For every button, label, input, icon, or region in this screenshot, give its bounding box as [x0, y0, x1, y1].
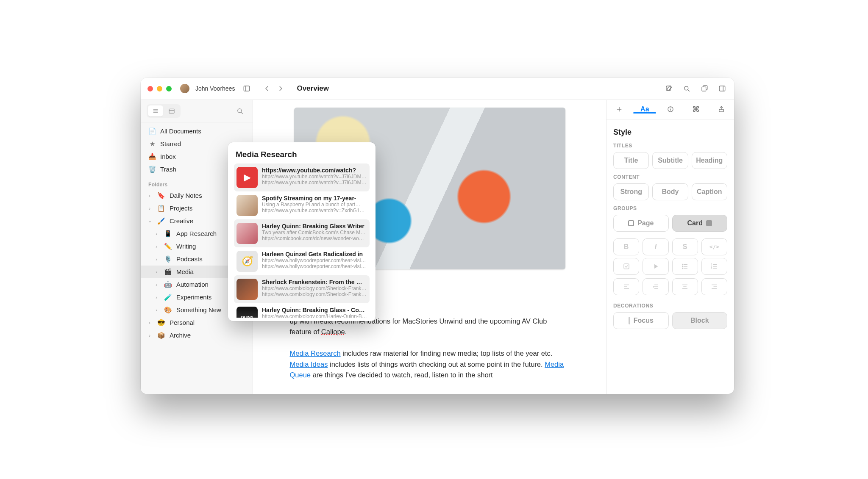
folder-emoji: 🧪	[164, 293, 172, 301]
align-right-button[interactable]	[701, 278, 727, 295]
style-strong-button[interactable]: Strong	[613, 183, 649, 200]
calendar-icon	[168, 108, 175, 114]
chevron-right-icon: ›	[147, 320, 153, 325]
svg-point-23	[682, 264, 683, 265]
popover-item[interactable]: QUINN Harley Quinn: Breaking Glass - Com…	[234, 303, 370, 318]
checkbox-icon	[623, 263, 630, 270]
compose-button[interactable]	[663, 83, 675, 94]
item-title: Spotify Streaming on my 17-year-	[262, 195, 367, 202]
thumbnail-icon: QUINN	[236, 307, 258, 318]
indent-button[interactable]	[643, 278, 668, 295]
forward-button[interactable]	[275, 83, 287, 94]
item-line: https://www.youtube.com/watch?v=J7i6JDMg…	[262, 174, 367, 180]
document-paragraphs: up with media recommendations for MacSto…	[290, 316, 570, 381]
focus-bar-icon	[629, 317, 630, 324]
tab-info[interactable]	[657, 105, 683, 113]
folder-emoji: 🎙️	[164, 255, 172, 263]
popover-item[interactable]: Harley Quinn: Breaking Glass Writer Two …	[234, 219, 370, 247]
italic-button[interactable]: I	[643, 238, 668, 255]
tab-share[interactable]	[709, 105, 734, 113]
item-title: Sherlock Frankenstein: From the World	[262, 279, 367, 285]
body-text: are things I've decided to watch, read, …	[311, 371, 493, 379]
checkbox-button[interactable]	[613, 258, 639, 275]
decoration-focus-button[interactable]: Focus	[613, 312, 669, 329]
item-title: Harley Quinn: Breaking Glass Writer	[262, 223, 367, 230]
item-line: https://www.youtube.com/watch?v=J7i6JDMg…	[262, 180, 367, 186]
drag-handle-icon[interactable]: ⋮⋮	[406, 361, 416, 368]
decoration-block-button[interactable]: Block	[672, 312, 728, 329]
play-icon	[652, 263, 659, 270]
inspector: Aa ⌘ Style TITLES Title Subtitle Heading…	[606, 100, 734, 394]
search-icon	[236, 107, 244, 115]
command-icon: ⌘	[692, 105, 700, 114]
numbered-list-button[interactable]: 123	[701, 258, 727, 275]
code-icon: </>	[709, 244, 719, 250]
windows-button[interactable]	[698, 83, 710, 94]
back-button[interactable]	[261, 83, 273, 94]
chevron-right-icon: ›	[153, 282, 159, 287]
item-title: Harleen Quinzel Gets Radicalized in	[262, 251, 367, 257]
chevron-right-icon: ›	[153, 307, 159, 313]
folder-emoji: 🖌️	[157, 217, 165, 225]
chip-label: Heading	[696, 157, 723, 164]
style-title-button[interactable]: Title	[613, 152, 649, 169]
play-button[interactable]	[643, 258, 668, 275]
youtube-icon: ▶	[236, 167, 258, 188]
style-caption-button[interactable]: Caption	[692, 183, 727, 200]
folder-emoji: 📋	[157, 205, 165, 212]
inspector-tabs: Aa ⌘	[606, 100, 734, 119]
zoom-window-button[interactable]	[166, 86, 172, 91]
popover-item[interactable]: Spotify Streaming on my 17-year- Using a…	[234, 191, 370, 219]
code-button[interactable]: </>	[701, 238, 727, 255]
star-icon: ★	[148, 140, 156, 148]
search-button[interactable]	[681, 83, 693, 94]
bulleted-list-button[interactable]	[672, 258, 698, 275]
close-window-button[interactable]	[147, 86, 153, 91]
popover-item[interactable]: Sherlock Frankenstein: From the World ht…	[234, 275, 370, 303]
group-card-button[interactable]: Card	[672, 215, 728, 232]
nav-all-documents[interactable]: 📄All Documents	[141, 125, 253, 138]
chip-label: Title	[624, 157, 638, 164]
tree-item-archive[interactable]: ›📦Archive	[141, 329, 253, 342]
calendar-view-button[interactable]	[164, 105, 179, 116]
align-left-button[interactable]	[613, 278, 639, 295]
minimize-window-button[interactable]	[157, 86, 162, 91]
link-media-research[interactable]: Media Research	[290, 349, 341, 357]
item-line: https://www.comixology.com/Sherlock-Fran…	[262, 291, 367, 297]
toggle-inspector-button[interactable]	[716, 83, 728, 94]
svg-rect-6	[719, 86, 725, 91]
body-text: .	[345, 328, 347, 335]
panel-right-icon	[718, 85, 726, 92]
strike-button[interactable]: S	[672, 238, 698, 255]
align-center-button[interactable]	[672, 278, 698, 295]
tab-shortcuts[interactable]: ⌘	[683, 105, 709, 114]
spellcheck-word: Caliope	[321, 328, 345, 335]
link-media-ideas[interactable]: Media Ideas	[290, 360, 328, 368]
align-right-icon	[710, 283, 718, 291]
sidebar-search-button[interactable]	[233, 105, 247, 117]
view-mode-segment	[147, 104, 181, 118]
chip-label: Strong	[620, 188, 642, 196]
sidebar-icon	[243, 85, 250, 92]
svg-point-19	[670, 108, 670, 108]
popover-item[interactable]: 🧭 Harleen Quinzel Gets Radicalized in ht…	[234, 247, 370, 275]
format-row-2: 123	[613, 258, 727, 275]
backlinks-popover: Media Research ▶ https://www.youtube.com…	[228, 142, 376, 321]
chevron-right-icon: ›	[153, 295, 159, 300]
content-row: Strong Body Caption	[613, 183, 727, 200]
body-text: includes raw material for finding new me…	[341, 349, 553, 357]
style-body-button[interactable]: Body	[652, 183, 688, 200]
bold-button[interactable]: B	[613, 238, 639, 255]
style-subtitle-button[interactable]: Subtitle	[652, 152, 688, 169]
toggle-sidebar-button[interactable]	[241, 83, 253, 94]
chevron-right-icon: ›	[147, 193, 153, 198]
thumbnail-icon	[236, 223, 258, 244]
tab-insert[interactable]	[606, 105, 632, 113]
item-line: https://www.comixology.com/Harley-Quinn-…	[262, 313, 367, 318]
popover-item[interactable]: ▶ https://www.youtube.com/watch? https:/…	[234, 163, 370, 191]
style-heading-button[interactable]: Heading	[692, 152, 727, 169]
tab-style[interactable]: Aa	[632, 105, 657, 113]
list-view-button[interactable]	[148, 105, 163, 116]
titles-label: TITLES	[613, 143, 727, 149]
group-page-button[interactable]: Page	[613, 215, 669, 232]
